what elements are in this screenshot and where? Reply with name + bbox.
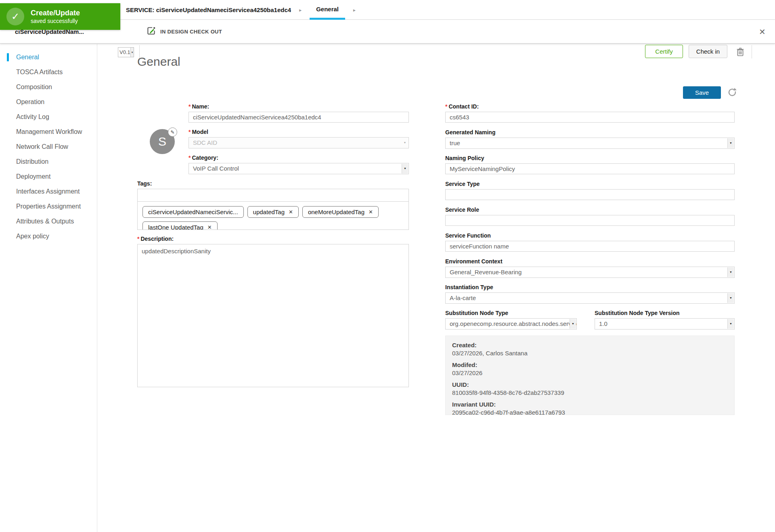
category-value: VoIP Call Control bbox=[193, 165, 239, 172]
invariant-uuid-label: Invariant UUID: bbox=[452, 401, 728, 408]
environment-context-value: General_Revenue-Bearing bbox=[450, 269, 522, 275]
tag-chip: oneMoreUpdatedTag✕ bbox=[302, 206, 379, 218]
sidebar-item-general[interactable]: General bbox=[0, 50, 97, 65]
close-icon[interactable]: ✕ bbox=[759, 20, 766, 44]
sidebar-menu: General TOSCA Artifacts Composition Oper… bbox=[0, 44, 97, 532]
general-form-panel: General Save S ✎ *Name: *Model SDC AID ▼… bbox=[97, 44, 775, 532]
sidebar-item-activity-log[interactable]: Activity Log bbox=[0, 109, 97, 124]
uuid-value: 810035f8-94f8-4358-8c76-d2ab27537339 bbox=[452, 389, 728, 396]
chevron-down-icon: ▼ bbox=[727, 138, 734, 148]
sidebar-item-distribution[interactable]: Distribution bbox=[0, 154, 97, 169]
delete-icon[interactable] bbox=[736, 47, 744, 58]
category-select[interactable]: VoIP Call Control ▼ bbox=[189, 163, 409, 174]
description-label: Description: bbox=[140, 236, 174, 242]
breadcrumb-arrow-icon: ▸ bbox=[299, 7, 302, 13]
instantiation-type-select[interactable]: A-la-carte ▼ bbox=[445, 292, 735, 304]
generated-naming-label: Generated Naming bbox=[445, 129, 735, 136]
service-type-label: Service Type bbox=[445, 180, 735, 188]
service-role-input[interactable] bbox=[445, 215, 735, 226]
breadcrumb-service[interactable]: SERVICE: ciServiceUpdatedNameciServicea4… bbox=[126, 6, 291, 13]
check-in-button[interactable]: Check in bbox=[689, 45, 727, 58]
service-type-input[interactable] bbox=[445, 189, 735, 200]
checkout-icon bbox=[146, 26, 156, 38]
version-value: V0.1 bbox=[118, 49, 130, 55]
service-role-field-group: Service Role bbox=[445, 206, 735, 226]
contact-id-label: Contact ID: bbox=[448, 103, 479, 110]
save-button[interactable]: Save bbox=[683, 86, 721, 99]
toast-subtitle: saved successfully bbox=[31, 17, 80, 25]
toolbar-divider bbox=[139, 45, 140, 58]
naming-policy-label: Naming Policy bbox=[445, 154, 735, 162]
edit-avatar-icon[interactable]: ✎ bbox=[168, 127, 177, 137]
revert-icon[interactable] bbox=[727, 87, 737, 99]
tag-chip: lastOne UpdatedTag✕ bbox=[142, 221, 218, 230]
chevron-down-icon: ▼ bbox=[570, 319, 576, 329]
certify-button[interactable]: Certify bbox=[645, 45, 683, 58]
naming-policy-field-group: Naming Policy bbox=[445, 154, 735, 174]
lifecycle-status: IN DESIGN CHECK OUT bbox=[146, 20, 222, 44]
tag-chip: ciServiceUpdatedNameciServic... bbox=[142, 206, 244, 218]
description-field-group: *Description: updatedDescriptionSanity bbox=[137, 235, 409, 389]
contact-id-input[interactable] bbox=[445, 112, 735, 123]
instantiation-type-label: Instantiation Type bbox=[445, 284, 735, 291]
model-select[interactable]: SDC AID ▼ bbox=[189, 137, 409, 148]
name-input[interactable] bbox=[189, 112, 409, 123]
uuid-label: UUID: bbox=[452, 381, 728, 388]
substitution-node-type-select[interactable]: org.openecomp.resource.abstract.nodes.se… bbox=[445, 318, 577, 330]
required-asterisk: * bbox=[189, 154, 191, 161]
description-textarea[interactable]: updatedDescriptionSanity bbox=[137, 244, 409, 387]
sidebar-item-network-call-flow[interactable]: Network Call Flow bbox=[0, 139, 97, 154]
chevron-down-icon: ▼ bbox=[727, 267, 734, 277]
created-value: 03/27/2026, Carlos Santana bbox=[452, 350, 728, 357]
created-label: Created: bbox=[452, 342, 728, 348]
service-type-field-group: Service Type bbox=[445, 180, 735, 200]
lifecycle-status-label: IN DESIGN CHECK OUT bbox=[160, 29, 222, 35]
sidebar-item-apex-policy[interactable]: Apex policy bbox=[0, 229, 97, 244]
naming-policy-input[interactable] bbox=[445, 163, 735, 174]
chevron-down-icon: ▼ bbox=[402, 164, 408, 173]
tags-label: Tags: bbox=[137, 180, 409, 187]
tab-general[interactable]: General bbox=[310, 0, 345, 20]
active-indicator-bar bbox=[7, 53, 9, 61]
name-label: Name: bbox=[192, 103, 209, 110]
chevron-down-icon: ▼ bbox=[402, 138, 408, 148]
generated-naming-value: true bbox=[450, 140, 460, 146]
substitution-node-type-value: org.openecomp.resource.abstract.nodes.se… bbox=[450, 320, 577, 327]
model-label: Model bbox=[192, 129, 208, 135]
remove-tag-icon[interactable]: ✕ bbox=[289, 209, 293, 215]
breadcrumb-arrow-icon: ▸ bbox=[353, 7, 356, 13]
avatar-letter: S bbox=[158, 135, 166, 148]
sidebar-item-management-workflow[interactable]: Management Workflow bbox=[0, 124, 97, 139]
substitution-node-type-version-label: Substitution Node Type Version bbox=[595, 309, 735, 317]
generated-naming-select[interactable]: true ▼ bbox=[445, 138, 735, 149]
instantiation-type-field-group: Instantiation Type A-la-carte ▼ bbox=[445, 284, 735, 304]
avatar: S ✎ bbox=[150, 129, 175, 154]
version-select[interactable]: V0.1 ▼ bbox=[118, 47, 134, 57]
success-check-icon: ✓ bbox=[6, 8, 24, 25]
sidebar-item-attributes-outputs[interactable]: Attributes & Outputs bbox=[0, 214, 97, 229]
sidebar-item-properties-assignment[interactable]: Properties Assignment bbox=[0, 199, 97, 214]
substitution-node-type-label: Substitution Node Type bbox=[445, 309, 577, 317]
sidebar-item-deployment[interactable]: Deployment bbox=[0, 169, 97, 184]
tag-chips: ciServiceUpdatedNameciServic... updatedT… bbox=[138, 202, 408, 230]
modified-label: Modifed: bbox=[452, 361, 728, 368]
sidebar-item-composition[interactable]: Composition bbox=[0, 79, 97, 94]
environment-context-select[interactable]: General_Revenue-Bearing ▼ bbox=[445, 267, 735, 278]
tags-input[interactable] bbox=[138, 189, 408, 202]
substitution-node-type-version-value: 1.0 bbox=[599, 320, 607, 327]
remove-tag-icon[interactable]: ✕ bbox=[369, 209, 373, 215]
invariant-uuid-value: 2095ca02-c96d-4b7f-a9ae-a8e6117a6793 bbox=[452, 409, 728, 416]
substitution-node-type-version-select[interactable]: 1.0 ▼ bbox=[595, 318, 735, 330]
tags-field-group: Tags: ciServiceUpdatedNameciServic... up… bbox=[137, 180, 409, 230]
instantiation-type-value: A-la-carte bbox=[450, 294, 476, 301]
toast-title: Create/Update bbox=[31, 9, 80, 17]
sidebar-item-interfaces-assignment[interactable]: Interfaces Assignment bbox=[0, 184, 97, 199]
sidebar-item-tosca-artifacts[interactable]: TOSCA Artifacts bbox=[0, 65, 97, 79]
service-function-label: Service Function bbox=[445, 232, 735, 239]
remove-tag-icon[interactable]: ✕ bbox=[207, 224, 212, 230]
service-function-input[interactable] bbox=[445, 241, 735, 252]
service-function-field-group: Service Function bbox=[445, 232, 735, 252]
category-field-group: *Category: VoIP Call Control ▼ bbox=[189, 154, 409, 174]
sidebar-item-operation[interactable]: Operation bbox=[0, 94, 97, 109]
metadata-box: Created: 03/27/2026, Carlos Santana Modi… bbox=[445, 336, 735, 415]
